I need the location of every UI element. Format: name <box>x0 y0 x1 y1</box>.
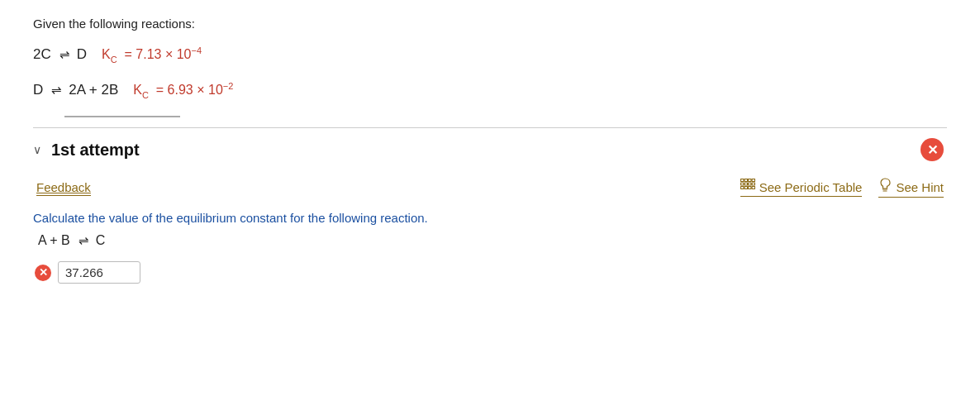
svg-rect-0 <box>740 179 744 182</box>
reaction-equation-2: D ⇌ 2A + 2B <box>33 82 118 98</box>
chevron-icon[interactable]: ∨ <box>33 143 41 157</box>
reaction1-kc: KC = 7.13 × 10−4 <box>102 45 202 64</box>
periodic-table-icon <box>740 179 755 195</box>
reaction1-kc-sub: C <box>111 55 117 64</box>
svg-rect-11 <box>752 187 755 189</box>
reaction2-arrow: ⇌ <box>51 83 60 98</box>
close-button[interactable]: ✕ <box>921 138 944 161</box>
reaction2-lhs: D <box>33 82 43 98</box>
reaction1-lhs: 2C <box>33 46 51 63</box>
attempt-header-row: ∨ 1st attempt ✕ <box>33 138 947 169</box>
reaction2-kc: KC = 6.93 × 10−2 <box>133 81 233 100</box>
reaction2-rhs: 2A + 2B <box>69 82 118 98</box>
attempt-title: 1st attempt <box>51 141 140 160</box>
periodic-table-label: See Periodic Table <box>759 180 863 194</box>
error-indicator: ✕ <box>35 265 51 281</box>
hint-link[interactable]: See Hint <box>878 178 944 198</box>
reaction1-rhs: D <box>77 46 87 63</box>
answer-row: ✕ <box>35 261 947 284</box>
question-reaction-arrow: ⇌ <box>78 233 88 248</box>
reaction2-kc-sub: C <box>142 89 149 99</box>
periodic-table-link[interactable]: See Periodic Table <box>740 179 863 197</box>
feedback-link[interactable]: Feedback <box>36 180 91 196</box>
question-text: Calculate the value of the equilibrium c… <box>33 211 947 225</box>
reaction2-kc-exp: −2 <box>223 81 234 91</box>
reaction-row-1: 2C ⇌ D KC = 7.13 × 10−4 <box>33 45 947 64</box>
given-text: Given the following reactions: <box>33 17 195 31</box>
close-icon: ✕ <box>927 142 938 158</box>
reaction-row-2: D ⇌ 2A + 2B KC = 6.93 × 10−2 <box>33 81 947 100</box>
given-header: Given the following reactions: <box>33 17 947 31</box>
divider <box>64 116 180 117</box>
hint-icon <box>878 178 892 196</box>
attempt-title-area: ∨ 1st attempt <box>33 141 140 160</box>
answer-input[interactable] <box>58 261 140 284</box>
svg-rect-3 <box>752 179 755 182</box>
question-reaction-rhs: C <box>96 233 106 248</box>
error-icon: ✕ <box>39 266 48 279</box>
svg-rect-2 <box>748 179 751 182</box>
svg-rect-1 <box>745 179 748 182</box>
reaction1-arrow: ⇌ <box>59 47 69 62</box>
page-container: Given the following reactions: 2C ⇌ D KC… <box>0 0 980 300</box>
svg-rect-7 <box>752 183 755 185</box>
attempt-section: ∨ 1st attempt ✕ Feedback <box>33 127 947 284</box>
reaction-equation-1: 2C ⇌ D <box>33 46 87 63</box>
svg-rect-10 <box>748 187 751 189</box>
svg-rect-5 <box>745 183 748 185</box>
svg-rect-6 <box>748 183 751 185</box>
reaction-question-row: A + B ⇌ C <box>38 233 947 248</box>
hint-label: See Hint <box>896 180 944 194</box>
reaction1-kc-exp: −4 <box>192 45 202 55</box>
right-tools: See Periodic Table See Hint <box>740 178 944 198</box>
svg-rect-4 <box>740 183 744 185</box>
svg-rect-8 <box>740 187 744 189</box>
question-reaction-lhs: A + B <box>38 233 70 248</box>
svg-rect-9 <box>745 187 748 189</box>
tools-row: Feedback <box>33 178 947 198</box>
